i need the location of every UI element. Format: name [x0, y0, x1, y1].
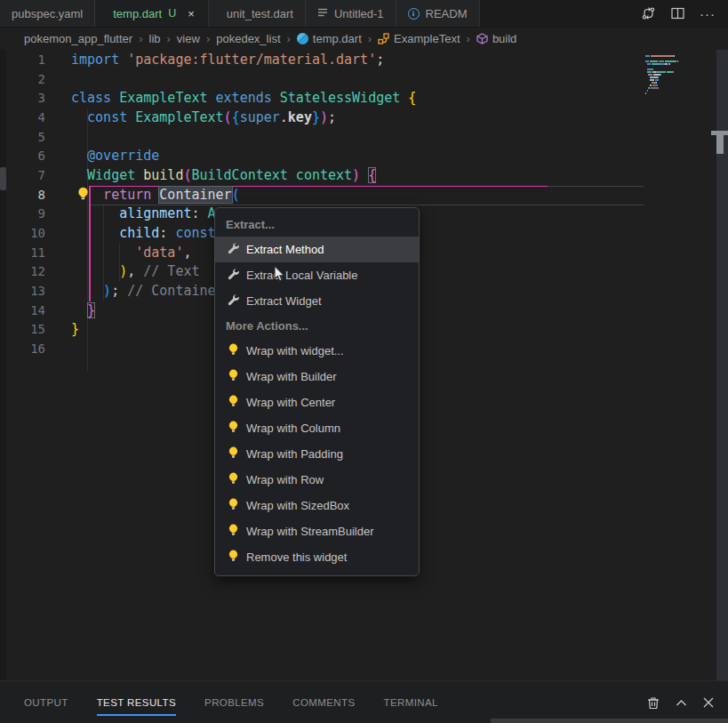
minimap-token — [653, 79, 654, 81]
minimap-token — [647, 71, 652, 73]
code-token — [71, 302, 87, 318]
breadcrumb-item-temp-dart[interactable]: temp.dart — [297, 32, 362, 45]
code-line[interactable] — [71, 70, 416, 90]
tab-spacer — [480, 0, 641, 27]
minimap-token — [657, 71, 666, 73]
menu-item-wrap-with-sizedbox[interactable]: Wrap with SizedBox — [215, 493, 419, 518]
close-tab-icon[interactable]: × — [186, 7, 196, 20]
breadcrumb-label: view — [177, 32, 200, 45]
line-number: 6 — [0, 147, 53, 166]
more-actions-icon[interactable]: ··· — [700, 6, 716, 21]
menu-item-label: Wrap with StreamBuilder — [246, 525, 374, 538]
minimap-token — [658, 76, 659, 78]
menu-item-wrap-with-padding[interactable]: Wrap with Padding — [215, 441, 419, 467]
tab-untitled-1[interactable]: Untitled-1 — [306, 0, 396, 27]
breadcrumb-item-exampletext[interactable]: ExampleText — [378, 32, 460, 45]
collapse-panel-icon[interactable] — [676, 699, 687, 707]
minimap[interactable] — [645, 55, 697, 98]
mouse-cursor — [274, 265, 287, 287]
scrollbar-thumb[interactable] — [716, 131, 724, 154]
menu-item-wrap-with-row[interactable]: Wrap with Row — [215, 467, 419, 493]
code-action-menu: Extract...Extract MethodExtract Local Va… — [214, 207, 420, 576]
menu-item-extract-local-variable[interactable]: Extract Local Variable — [215, 262, 419, 288]
lightbulb-icon[interactable] — [76, 187, 90, 205]
minimap-token — [651, 55, 674, 57]
code-token: super — [240, 109, 280, 125]
minimap-token — [653, 74, 660, 76]
minimap-token — [645, 92, 646, 94]
line-number-gutter: 12345678910111213141516 — [0, 51, 53, 359]
code-token: ExampleText — [111, 90, 207, 106]
line-number: 10 — [0, 224, 53, 244]
tab-temp-dart[interactable]: temp.dartU× — [95, 0, 209, 27]
breadcrumb-item-view[interactable]: view — [177, 32, 200, 45]
split-editor-icon[interactable] — [671, 7, 684, 20]
minimap-token — [652, 84, 658, 86]
panel-horizontal-scrollbar[interactable] — [491, 719, 728, 723]
lightbulb-icon — [226, 421, 240, 437]
menu-item-wrap-with-builder[interactable]: Wrap with Builder — [215, 364, 419, 390]
open-changes-icon[interactable] — [641, 6, 656, 20]
code-token: ; — [328, 109, 336, 125]
minimap-token — [669, 63, 670, 65]
code-line[interactable]: @override — [71, 147, 416, 166]
code-token: 'package:flutter/material.dart' — [119, 52, 376, 68]
breadcrumb-item-pokemon-app-flutter[interactable]: pokemon_app_flutter — [24, 32, 132, 45]
line-number: 7 — [0, 166, 53, 186]
panel-tab-output[interactable]: OUTPUT — [24, 681, 68, 723]
breadcrumb-label: build — [492, 32, 516, 45]
code-token: class — [71, 90, 111, 106]
code-line[interactable] — [71, 128, 416, 148]
panel-tab-comments[interactable]: COMMENTS — [292, 681, 355, 723]
menu-item-wrap-with-center[interactable]: Wrap with Center — [215, 390, 419, 415]
line-number: 9 — [0, 205, 53, 224]
code-line[interactable]: return Container( — [71, 186, 416, 205]
panel-tab-problems[interactable]: PROBLEMS — [204, 681, 264, 723]
minimap-token — [651, 87, 659, 89]
minimap-token — [660, 74, 661, 76]
code-line[interactable]: Widget build(BuildContext context) { — [71, 166, 416, 186]
line-number: 15 — [0, 320, 53, 340]
menu-item-wrap-with-column[interactable]: Wrap with Column — [215, 415, 419, 441]
cube-icon — [476, 33, 488, 44]
menu-item-extract-widget[interactable]: Extract Widget — [215, 288, 419, 314]
breadcrumb-separator: › — [368, 32, 372, 45]
code-token: @override — [71, 148, 159, 164]
breadcrumb-label: pokemon_app_flutter — [24, 32, 132, 45]
code-token: import — [71, 52, 119, 68]
minimap-token — [645, 55, 650, 57]
breadcrumb-item-lib[interactable]: lib — [149, 32, 161, 45]
code-line[interactable]: class ExampleText extends StatelessWidge… — [71, 89, 416, 108]
breadcrumb-item-pokedex-list[interactable]: pokedex_list — [216, 32, 280, 45]
code-token: ) — [71, 263, 127, 279]
line-number: 5 — [0, 128, 53, 148]
breadcrumb-item-build[interactable]: build — [476, 32, 516, 45]
minimap-token — [665, 60, 676, 62]
close-panel-icon[interactable] — [703, 697, 714, 708]
menu-item-label: Wrap with Center — [246, 396, 335, 409]
lightbulb-icon — [226, 524, 240, 540]
code-token: , — [183, 245, 191, 261]
code-token: ( — [232, 187, 240, 203]
code-line[interactable]: const ExampleText({super.key}); — [71, 108, 416, 128]
lightbulb-icon — [226, 550, 240, 566]
code-token: ) — [352, 167, 360, 183]
panel-tab-terminal[interactable]: TERMINAL — [383, 681, 437, 723]
tab-pubspec-yaml[interactable]: pubspec.yaml — [0, 0, 95, 27]
code-token: // Containe — [119, 283, 215, 299]
breadcrumb-separator: › — [206, 32, 210, 45]
lightbulb-icon — [226, 498, 240, 514]
code-token: key — [288, 109, 312, 125]
code-line[interactable]: import 'package:flutter/material.dart'; — [71, 51, 416, 70]
tab-label: READM — [426, 7, 468, 20]
panel-tab-test-results[interactable]: TEST RESULTS — [97, 681, 176, 723]
menu-item-extract-method[interactable]: Extract Method — [215, 237, 419, 262]
code-token: Widget — [71, 167, 135, 183]
breadcrumb-label: temp.dart — [313, 32, 362, 45]
tab-unit-test-dart[interactable]: unit_test.dart — [209, 0, 306, 27]
menu-item-wrap-with-streambuilder[interactable]: Wrap with StreamBuilder — [215, 518, 419, 544]
menu-item-remove-this-widget[interactable]: Remove this widget — [215, 544, 419, 570]
menu-item-wrap-with-widget-[interactable]: Wrap with widget... — [215, 338, 419, 364]
trash-icon[interactable] — [647, 696, 660, 710]
tab-readm[interactable]: iREADM — [396, 0, 480, 27]
